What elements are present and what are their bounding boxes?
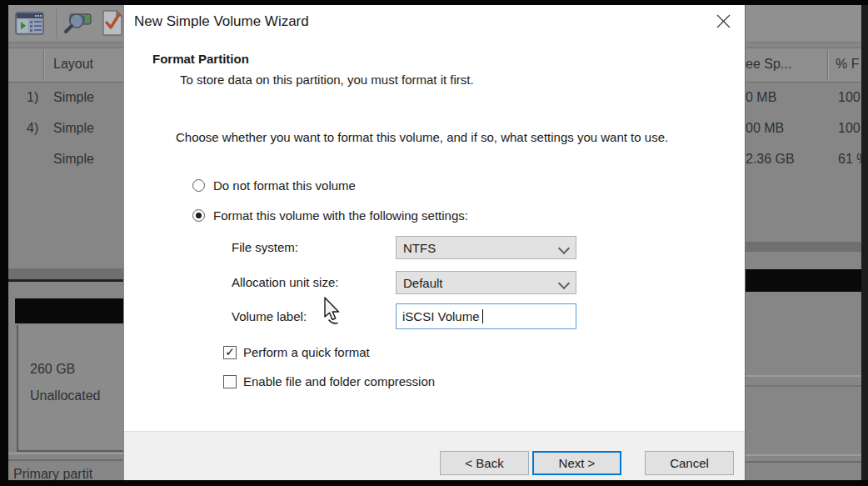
screen: Layout ee Sp... % F 1) Simple 0 MB 100 4… [0, 0, 868, 486]
back-button[interactable]: < Back [440, 451, 529, 475]
pane-splitter[interactable] [8, 268, 123, 282]
device-search-icon[interactable] [62, 9, 95, 38]
volume-pct-free: 100 [838, 121, 861, 136]
allocation-unit-value: Default [403, 276, 443, 290]
text-caret [482, 309, 483, 323]
chevron-down-icon [558, 278, 570, 289]
window-left-border [0, 0, 8, 486]
file-system-label: File system: [232, 240, 298, 254]
volume-label-input[interactable]: iSCSI Volume [396, 303, 576, 329]
volume-name: 4) [27, 121, 38, 136]
cancel-button[interactable]: Cancel [645, 451, 734, 475]
volume-layout: Simple [53, 152, 94, 167]
quick-format-label[interactable]: Perform a quick format [243, 345, 370, 359]
volume-free-space: 00 MB [746, 121, 784, 136]
radio-format-volume[interactable] [192, 209, 205, 222]
window-edge [744, 385, 868, 387]
partition-color-band [744, 269, 868, 292]
chevron-down-icon [558, 243, 570, 254]
radio-format-volume-label[interactable]: Format this volume with the following se… [213, 208, 468, 223]
allocation-unit-label: Allocation unit size: [232, 275, 338, 289]
close-icon[interactable] [714, 11, 734, 31]
toolbar-separator [57, 8, 58, 38]
partition-color-band [15, 298, 123, 323]
window-edge [0, 453, 123, 454]
volume-pct-free: 100 [838, 90, 861, 105]
radio-do-not-format-label[interactable]: Do not format this volume [213, 178, 356, 193]
next-button[interactable]: Next > [532, 451, 621, 475]
mouse-cursor [323, 297, 347, 330]
unallocated-partition-block[interactable]: 260 GB Unallocated [17, 325, 127, 452]
file-system-value: NTFS [403, 241, 436, 255]
console-window-icon[interactable] [13, 9, 47, 38]
column-separator[interactable] [43, 50, 45, 80]
volume-free-space: 0 MB [746, 90, 776, 105]
window-edge [744, 461, 868, 463]
page-heading: Format Partition [152, 52, 249, 66]
pane-splitter[interactable] [744, 242, 868, 252]
compression-checkbox[interactable] [223, 375, 237, 388]
column-header-free-space[interactable]: ee Sp... [746, 57, 791, 72]
volume-layout: Simple [53, 90, 94, 105]
compression-label[interactable]: Enable file and folder compression [243, 374, 435, 388]
window-edge [744, 375, 868, 377]
dialog-title: New Simple Volume Wizard [134, 13, 309, 30]
volume-label-value: iSCSI Volume [402, 309, 480, 323]
volume-layout: Simple [53, 121, 94, 136]
volume-label-label: Volume label: [232, 309, 307, 323]
partition-state: Unallocated [30, 388, 101, 403]
window-edge [744, 454, 868, 456]
window-top-border [0, 0, 868, 5]
window-right-border [861, 0, 868, 486]
volume-name: 1) [27, 90, 38, 105]
file-system-select[interactable]: NTFS [396, 236, 576, 259]
radio-do-not-format[interactable] [192, 179, 205, 192]
partition-size: 260 GB [30, 362, 75, 377]
window-edge [0, 459, 123, 461]
checkmark-icon: ✓ [225, 345, 235, 358]
window-bottom-border [0, 480, 868, 486]
volume-free-space: 2.36 GB [746, 152, 795, 167]
quick-format-checkbox[interactable]: ✓ [223, 346, 237, 359]
column-separator[interactable] [827, 50, 829, 80]
column-header-layout[interactable]: Layout [53, 57, 93, 72]
allocation-unit-select[interactable]: Default [396, 271, 576, 294]
page-subheading: To store data on this partition, you mus… [180, 73, 474, 87]
intro-text: Choose whether you want to format this v… [176, 130, 668, 144]
new-simple-volume-wizard-dialog: New Simple Volume Wizard Format Partitio… [123, 5, 746, 480]
column-header-pct-free[interactable]: % F [836, 57, 859, 72]
